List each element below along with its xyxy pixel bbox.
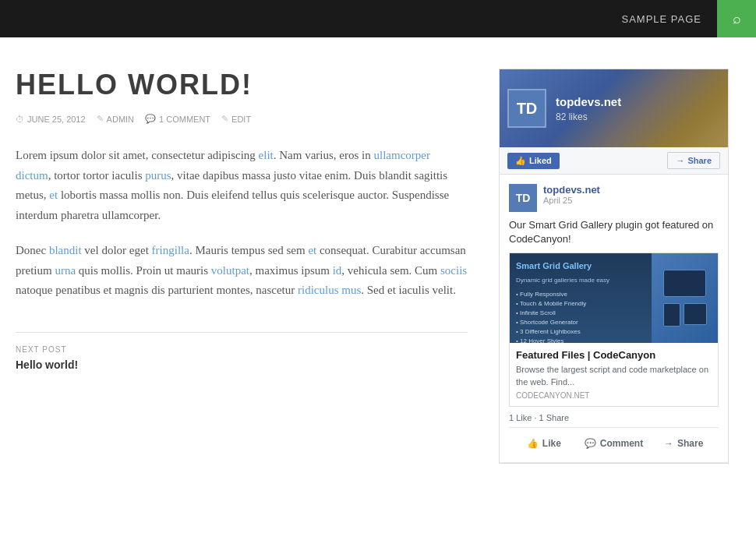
post-navigation: NEXT POST Hello world!: [16, 332, 468, 372]
fb-share-action[interactable]: → Share: [648, 434, 719, 453]
post-link-ridiculus[interactable]: ridiculus mus: [298, 284, 361, 296]
post-link-elit[interactable]: elit: [259, 149, 274, 161]
fb-post-actions: 👍 Like 💬 Comment → Share: [509, 433, 719, 453]
facebook-widget: TD topdevs.net 82 likes 👍 Liked → Share: [499, 69, 729, 464]
post-date-item: ⏱ JUNE 25, 2012: [16, 115, 86, 124]
fb-post-date: April 25: [543, 196, 600, 205]
fb-share-button[interactable]: → Share: [667, 152, 720, 169]
fb-device-desktop: [663, 270, 706, 297]
post-paragraph-1: Lorem ipsum dolor sit amet, consectetur …: [16, 146, 468, 225]
fb-thumbsup-icon: 👍: [515, 156, 526, 166]
post-meta: ⏱ JUNE 25, 2012 ✎ ADMIN 💬 1 COMMENT ✎ ED…: [16, 114, 468, 124]
fb-like-icon: 👍: [527, 438, 539, 449]
fb-page-info: topdevs.net 82 likes: [556, 95, 621, 122]
next-post-link[interactable]: Hello world!: [16, 358, 78, 371]
fb-post-header: TD topdevs.net April 25: [509, 184, 719, 212]
fb-post-author[interactable]: topdevs.net: [543, 184, 600, 196]
comment-icon: 💬: [145, 114, 156, 124]
fb-post-stats: 1 Like · 1 Share: [509, 413, 719, 428]
fb-card-image-left: Smart Grid Gallery Dynamic grid gallerie…: [510, 253, 652, 343]
fb-post-card[interactable]: Smart Grid Gallery Dynamic grid gallerie…: [509, 253, 719, 407]
fb-device-phone: [663, 303, 680, 327]
post-edit-item: ✎ EDIT: [221, 114, 251, 124]
fb-device-tablet: [684, 303, 707, 325]
fb-page-name[interactable]: topdevs.net: [556, 95, 621, 108]
fb-share-action-icon: →: [664, 438, 673, 449]
post-link-et[interactable]: et: [49, 189, 58, 201]
fb-card-title: Featured Files | CodeCanyon: [516, 349, 712, 361]
fb-card-image: Smart Grid Gallery Dynamic grid gallerie…: [510, 253, 718, 343]
fb-action-bar: 👍 Liked → Share: [500, 147, 728, 175]
search-icon: ⌕: [733, 11, 741, 27]
post-comments[interactable]: 1 COMMENT: [159, 115, 210, 124]
fb-comment-icon: 💬: [585, 438, 596, 449]
site-header: SAMPLE PAGE ⌕: [0, 0, 756, 37]
fb-like-label: Like: [542, 438, 561, 449]
fb-card-source: CODECANYON.NET: [516, 391, 712, 400]
clock-icon: ⏱: [16, 115, 24, 124]
post-link-id[interactable]: id: [333, 264, 342, 277]
post-link-fringilla[interactable]: fringilla: [152, 244, 189, 256]
fb-share-action-label: Share: [677, 438, 703, 449]
post-comments-item: 💬 1 COMMENT: [145, 114, 210, 124]
fb-card-body: Featured Files | CodeCanyon Browse the l…: [510, 343, 718, 406]
sample-page-link[interactable]: SAMPLE PAGE: [606, 0, 717, 37]
main-content: HELLO WORLD! ⏱ JUNE 25, 2012 ✎ ADMIN 💬 1…: [16, 69, 468, 464]
post-title: HELLO WORLD!: [16, 69, 468, 101]
fb-devices-row: [663, 303, 707, 327]
fb-page-likes: 82 likes: [556, 111, 621, 122]
post-link-volutpat[interactable]: volutpat: [211, 264, 249, 277]
post-date[interactable]: JUNE 25, 2012: [27, 115, 86, 124]
post-link-blandit[interactable]: blandit: [49, 244, 82, 256]
fb-liked-label: Liked: [529, 156, 552, 165]
fb-card-image-content: Smart Grid Gallery Dynamic grid gallerie…: [510, 253, 718, 343]
fb-card-features: • Fully Responsive • Touch & Mobile Frie…: [516, 290, 645, 344]
post-link-urna[interactable]: urna: [55, 264, 76, 277]
search-button[interactable]: ⌕: [717, 0, 756, 37]
fb-page-header: TD topdevs.net 82 likes: [500, 69, 728, 147]
header-nav: SAMPLE PAGE ⌕: [606, 0, 756, 37]
fb-comment-label: Comment: [600, 438, 643, 449]
post-link-ullamcorper[interactable]: ullamcorper dictum: [16, 149, 430, 182]
fb-like-action[interactable]: 👍 Like: [509, 434, 579, 453]
next-post-label: NEXT POST: [16, 345, 468, 354]
post-link-sociis[interactable]: sociis: [440, 264, 467, 277]
post-link-et2[interactable]: et: [308, 244, 316, 256]
fb-post-text: Our Smart Grid Gallery plugin got featur…: [509, 218, 719, 246]
fb-card-img-subtitle: Dynamic grid galleries made easy: [516, 276, 645, 285]
fb-share-label: Share: [687, 156, 712, 165]
post-author[interactable]: ADMIN: [107, 115, 134, 124]
fb-post-meta: topdevs.net April 25: [543, 184, 600, 205]
fb-post-avatar: TD: [509, 184, 537, 212]
post-paragraph-2: Donec blandit vel dolor eget fringilla. …: [16, 241, 468, 301]
sidebar: TD topdevs.net 82 likes 👍 Liked → Share: [499, 69, 729, 464]
fb-share-icon: →: [676, 156, 684, 165]
fb-post: TD topdevs.net April 25 Our Smart Grid G…: [500, 175, 728, 463]
fb-comment-action[interactable]: 💬 Comment: [579, 434, 649, 453]
user-icon: ✎: [97, 114, 104, 124]
page-wrapper: HELLO WORLD! ⏱ JUNE 25, 2012 ✎ ADMIN 💬 1…: [0, 37, 756, 495]
post-link-purus[interactable]: purus: [145, 169, 171, 182]
fb-avatar: TD: [507, 89, 546, 128]
fb-feed: TD topdevs.net April 25 Our Smart Grid G…: [500, 175, 728, 463]
post-author-item: ✎ ADMIN: [97, 114, 134, 124]
post-body: Lorem ipsum dolor sit amet, consectetur …: [16, 146, 468, 301]
fb-card-description: Browse the largest script and code marke…: [516, 364, 712, 388]
fb-liked-button[interactable]: 👍 Liked: [507, 153, 560, 169]
fb-card-image-right: [652, 253, 718, 343]
edit-icon: ✎: [221, 114, 228, 124]
post-edit[interactable]: EDIT: [231, 115, 251, 124]
fb-card-img-title: Smart Grid Gallery: [516, 260, 645, 273]
